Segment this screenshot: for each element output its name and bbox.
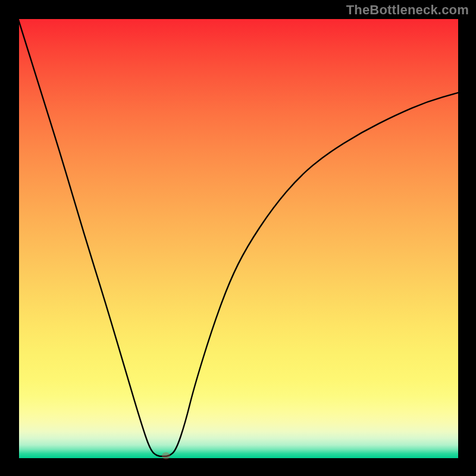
- watermark-text: TheBottleneck.com: [346, 2, 469, 18]
- chart-stage: TheBottleneck.com: [0, 0, 476, 476]
- plot-gradient-background: [18, 18, 458, 458]
